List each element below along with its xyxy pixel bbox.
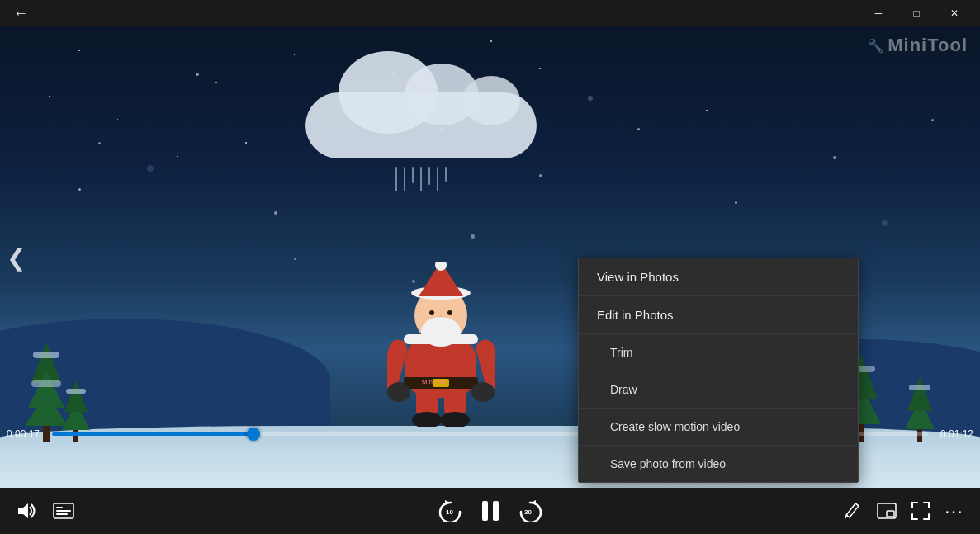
- captions-button[interactable]: [53, 503, 74, 519]
- svg-point-10: [471, 382, 495, 402]
- play-pause-button[interactable]: [482, 501, 499, 521]
- svg-rect-24: [56, 510, 71, 512]
- progress-fill: [52, 432, 253, 436]
- cloud: [305, 92, 537, 162]
- rewind-button[interactable]: 10: [438, 498, 464, 524]
- back-button[interactable]: ←: [7, 2, 35, 26]
- svg-marker-21: [18, 503, 28, 518]
- svg-point-3: [440, 412, 470, 427]
- title-bar-controls: ─ □ ✕: [859, 0, 973, 26]
- video-player-area: MiniTool 🔧 MiniTool ❮ 0:00:17 0:01:12 Vi…: [0, 26, 980, 488]
- more-options-button[interactable]: ···: [944, 499, 963, 522]
- time-current: 0:00:17: [7, 428, 44, 440]
- menu-item-save-photo[interactable]: Save photo from video: [579, 446, 858, 482]
- svg-point-2: [412, 412, 442, 427]
- video-background: MiniTool 🔧 MiniTool ❮ 0:00:17 0:01:12 Vi…: [0, 26, 980, 488]
- title-bar-left: ←: [7, 2, 35, 26]
- svg-point-19: [421, 317, 461, 347]
- svg-marker-26: [445, 500, 450, 505]
- mini-player-button[interactable]: [877, 503, 897, 519]
- svg-point-16: [429, 310, 434, 315]
- volume-button[interactable]: [17, 502, 38, 520]
- svg-rect-23: [56, 507, 63, 508]
- minimize-button[interactable]: ─: [859, 0, 897, 26]
- svg-rect-25: [56, 513, 68, 515]
- controls-left: [17, 502, 74, 520]
- svg-text:10: 10: [446, 508, 453, 516]
- santa-figure: MiniTool: [387, 262, 495, 430]
- menu-item-view-in-photos[interactable]: View in Photos: [579, 258, 858, 296]
- forward-button[interactable]: 30: [517, 498, 543, 524]
- menu-item-draw[interactable]: Draw: [579, 371, 858, 409]
- svg-rect-29: [493, 501, 499, 521]
- fullscreen-button[interactable]: [911, 502, 930, 520]
- menu-item-edit-in-photos[interactable]: Edit in Photos: [579, 296, 858, 334]
- svg-point-17: [447, 310, 452, 315]
- title-bar: ← ─ □ ✕: [0, 0, 980, 26]
- controls-center: 10 30: [438, 498, 543, 524]
- progress-thumb[interactable]: [247, 428, 260, 441]
- svg-text:MiniTool: MiniTool: [422, 378, 447, 385]
- svg-rect-28: [482, 501, 488, 521]
- maximize-button[interactable]: □: [897, 0, 935, 26]
- context-menu: View in Photos Edit in Photos Trim Draw …: [578, 258, 859, 483]
- nav-arrow-left[interactable]: ❮: [7, 243, 26, 271]
- svg-rect-33: [887, 511, 894, 517]
- close-button[interactable]: ✕: [935, 0, 973, 26]
- edit-button[interactable]: [844, 502, 862, 520]
- menu-item-trim[interactable]: Trim: [579, 334, 858, 371]
- time-total: 0:01:12: [936, 428, 973, 440]
- controls-right: ···: [844, 499, 963, 522]
- controls-bar: 10 30: [0, 488, 980, 534]
- svg-point-9: [387, 382, 410, 402]
- watermark: 🔧 MiniTool: [868, 35, 968, 56]
- svg-text:30: 30: [524, 508, 532, 516]
- svg-marker-30: [531, 500, 536, 505]
- menu-item-slow-motion[interactable]: Create slow motion video: [579, 409, 858, 446]
